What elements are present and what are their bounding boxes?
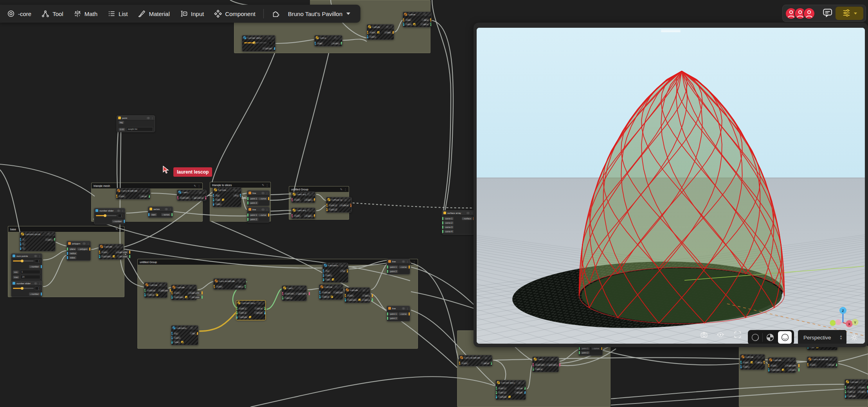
port-handle[interactable] [496, 395, 497, 398]
toolbar-item-math[interactable]: Math [70, 5, 101, 23]
input-port-point-2[interactable]: point 2 [845, 390, 857, 393]
port-handle[interactable] [247, 213, 249, 217]
node-line[interactable]: line ⋮ point 1 point 2› curve [247, 207, 270, 222]
kebab-menu-icon[interactable]: ⋮ [52, 233, 54, 235]
input-port-recursive[interactable]: recursive✓ [171, 295, 187, 299]
kebab-menu-icon[interactable]: ⋮ [151, 117, 153, 119]
port-handle[interactable] [99, 255, 100, 258]
port-handle[interactable] [319, 291, 321, 294]
node-construct-point[interactable]: construct point ⋮ x y z› point [20, 231, 56, 251]
port-handle[interactable] [171, 336, 173, 339]
port-handle[interactable] [764, 361, 765, 364]
kebab-menu-icon[interactable]: ⋮ [471, 212, 473, 214]
input-port-curve-4[interactable]: curve 4 [442, 229, 454, 233]
slider-track[interactable] [13, 260, 34, 262]
output-port-value[interactable]: › value [481, 361, 492, 365]
port-handle[interactable] [387, 270, 388, 273]
output-port-series[interactable]: › series [161, 213, 173, 216]
output-port-segments[interactable]: › segments [784, 364, 799, 367]
slider-value-box[interactable]: ▲▼ [268, 41, 274, 45]
output-port-curve[interactable]: › curve [399, 312, 410, 316]
node-curve-subdivide[interactable]: curve subdivide ⋮ curve› value [807, 357, 837, 368]
output-port-geometry[interactable]: › geometry [546, 363, 560, 366]
input-port-curve[interactable]: curve [807, 363, 817, 366]
input-port-sides[interactable]: sides [67, 256, 77, 259]
port-handle[interactable] [836, 363, 837, 366]
port-handle[interactable] [236, 311, 238, 314]
kebab-menu-icon[interactable]: ⋮ [312, 209, 314, 212]
output-port-edges[interactable]: › edges [304, 214, 315, 217]
viewport-panel[interactable]: Perspective ▲▼ ZXY [474, 23, 868, 347]
checkbox[interactable]: ✓ [249, 316, 251, 318]
port-handle[interactable] [197, 332, 198, 335]
input-port-vertices[interactable]: vertices [144, 289, 158, 292]
input-port-point-1[interactable]: point 1 [247, 213, 258, 217]
port-handle[interactable] [579, 351, 580, 354]
input-port-curve[interactable]: curve [99, 250, 115, 254]
output-port-vertices[interactable]: › vertices [117, 255, 130, 258]
shading-wireframe-button[interactable] [748, 330, 762, 344]
param-row-min[interactable]: min 1 [11, 269, 42, 274]
slider-knob[interactable] [21, 260, 23, 262]
port-handle[interactable] [403, 18, 404, 22]
kebab-menu-icon[interactable]: ⋮ [272, 37, 274, 39]
input-port-step[interactable]: step✓ [323, 278, 334, 281]
node-polyline[interactable]: polyline ⋮ value✓ count› data [740, 354, 765, 370]
input-port-wrap[interactable]: wrap✓ [171, 340, 184, 344]
toolbar-item-list[interactable]: List [104, 5, 131, 23]
port-handle[interactable] [845, 394, 846, 398]
output-port-values[interactable]: › values [361, 298, 373, 301]
input-port-point-2[interactable]: point 2 [387, 269, 398, 273]
visibility-icon[interactable] [165, 208, 168, 210]
port-handle[interactable] [314, 198, 315, 201]
kebab-menu-icon[interactable]: ⋮ [792, 359, 794, 361]
kebab-menu-icon[interactable]: ⋮ [344, 264, 347, 267]
visibility-icon[interactable] [117, 210, 120, 212]
node-mesh[interactable]: mesh ⋮ geometry› geometry [177, 190, 207, 201]
input-port-vertices[interactable]: vertices [319, 290, 333, 294]
toolbar-item-input[interactable]: Input [176, 5, 208, 23]
input-port-multiple[interactable]: multiple✓ [236, 315, 251, 319]
port-handle[interactable] [403, 23, 404, 26]
kebab-menu-icon[interactable]: ⋮ [488, 357, 491, 359]
input-port-y[interactable]: y [20, 242, 25, 246]
axis-gizmo[interactable]: ZXY [828, 301, 865, 332]
visibility-icon[interactable] [466, 212, 470, 214]
kebab-menu-icon[interactable]: ⋮ [238, 189, 240, 191]
port-handle[interactable] [99, 251, 100, 254]
visibility-icon[interactable] [551, 358, 554, 360]
visibility-icon[interactable] [340, 264, 343, 267]
node-line[interactable]: line ⋮ point 1 point 2› curve [387, 259, 410, 274]
port-handle[interactable] [202, 291, 203, 294]
visibility-icon[interactable] [159, 284, 162, 286]
port-handle[interactable] [533, 363, 534, 366]
node-mesh-edges[interactable]: mesh edges ⋮ mesh› edges [291, 208, 315, 219]
plugins-button[interactable] [268, 5, 283, 23]
output-port-number[interactable]: › number [29, 265, 42, 268]
slider-track[interactable] [244, 42, 267, 43]
input-port-values[interactable]: values [533, 367, 546, 371]
input-port-curve-1[interactable]: curve 1 [326, 203, 338, 207]
port-handle[interactable] [41, 292, 42, 296]
visibility-icon[interactable] [757, 356, 760, 358]
node-curve-subdivide[interactable]: curve subdivide ⋮ curve› value [116, 188, 150, 199]
input-port-curve[interactable]: curve [171, 291, 187, 294]
output-port-segments[interactable]: › segments [187, 291, 202, 294]
kebab-menu-icon[interactable]: ⋮ [406, 260, 409, 263]
output-port-data[interactable]: › data [384, 30, 394, 34]
node-explode[interactable]: explode ⋮ curve recursive✓› segments › v… [768, 357, 796, 373]
node-series[interactable]: series ⋮ start› series [148, 206, 173, 218]
visibility-icon[interactable] [83, 242, 86, 245]
kebab-menu-icon[interactable]: ⋮ [242, 280, 245, 282]
port-handle[interactable] [345, 298, 346, 301]
node-surface-by-edges[interactable]: surface by edges ⋮ curve 1 curve 2› surf… [326, 197, 352, 213]
node-line[interactable]: line ⋮ point 1 point 2› curve [387, 306, 410, 321]
output-port-edges[interactable]: › edges [304, 198, 315, 201]
port-handle[interactable] [350, 204, 351, 207]
node-connect-lines[interactable]: connect lines ⋮ point 1 point 2 multiple… [495, 380, 526, 400]
input-port-curve[interactable]: curve [116, 194, 126, 198]
output-port-curve[interactable]: › curve [857, 385, 868, 389]
kebab-menu-icon[interactable]: ⋮ [169, 208, 171, 210]
kebab-menu-icon[interactable]: ⋮ [120, 246, 122, 248]
input-port-count[interactable]: count [367, 35, 380, 38]
